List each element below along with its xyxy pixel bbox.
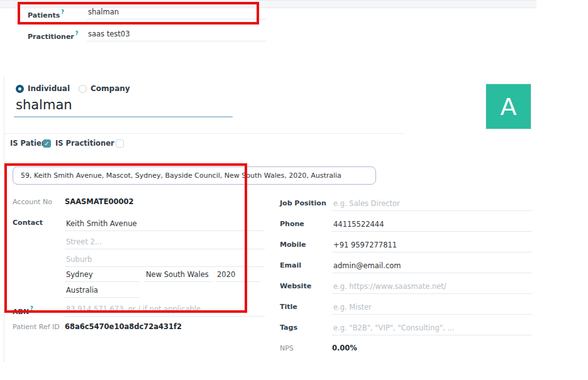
patients-field-label: Patients? <box>28 8 64 20</box>
mobile-label: Mobile <box>280 241 306 249</box>
company-type-radio-group: Individual Company <box>16 84 130 93</box>
form-sheet-border <box>4 77 4 362</box>
company-radio[interactable] <box>79 85 87 93</box>
contact-name-input[interactable] <box>14 96 233 117</box>
abn-input[interactable] <box>65 303 265 317</box>
phone-label: Phone <box>280 220 304 228</box>
avatar-letter: A <box>501 93 517 121</box>
individual-radio[interactable] <box>16 85 24 93</box>
is-practitioner-checkbox[interactable] <box>116 139 124 148</box>
street-input[interactable] <box>65 218 265 231</box>
account-no-value: SAASMATE00002 <box>65 197 134 206</box>
country-input[interactable] <box>65 285 140 298</box>
city-input[interactable] <box>65 269 140 282</box>
abn-label-text: ABN <box>13 308 29 316</box>
tags-label: Tags <box>280 323 297 332</box>
is-practitioner-label: IS Practitioner <box>55 139 114 148</box>
job-position-label: Job Position <box>280 199 326 207</box>
website-input[interactable] <box>332 281 532 294</box>
status-bar <box>0 0 536 8</box>
section-divider <box>4 133 404 134</box>
street2-input[interactable] <box>65 236 265 249</box>
title-label: Title <box>280 303 297 311</box>
patients-help-icon[interactable]: ? <box>61 9 64 15</box>
email-label: Email <box>280 261 301 269</box>
nps-value: 0.00% <box>332 344 357 352</box>
contact-form-screen: Patients? Practitioner? Individual Compa… <box>0 0 588 380</box>
abn-help-icon[interactable]: ? <box>30 306 33 312</box>
contact-label: Contact <box>13 219 43 227</box>
phone-input[interactable] <box>332 219 532 232</box>
practitioner-label-text: Practitioner <box>28 33 74 41</box>
abn-field-label: ABN? <box>13 305 33 317</box>
avatar[interactable]: A <box>485 84 531 129</box>
state-input[interactable] <box>145 269 212 282</box>
patient-ref-label: Patient Ref ID <box>13 323 60 331</box>
address-autocomplete-input[interactable] <box>13 166 376 185</box>
nps-label: NPS <box>280 344 294 352</box>
suburb-input[interactable] <box>65 254 265 267</box>
account-no-label: Account No <box>13 198 52 206</box>
practitioner-help-icon[interactable]: ? <box>75 31 79 36</box>
is-patient-checkbox[interactable] <box>43 139 51 148</box>
patients-input[interactable] <box>87 6 267 19</box>
practitioner-input[interactable] <box>87 28 267 41</box>
mobile-input[interactable] <box>332 239 532 252</box>
job-position-input[interactable] <box>332 198 532 211</box>
patient-ref-value: 68a6c5470e10a8dc72a431f2 <box>65 322 182 331</box>
website-label: Website <box>280 282 311 290</box>
email-input[interactable] <box>332 260 532 273</box>
practitioner-field-label: Practitioner? <box>28 30 78 41</box>
title-input[interactable] <box>332 301 532 315</box>
zip-input[interactable] <box>216 269 260 282</box>
tags-input[interactable] <box>332 322 532 335</box>
individual-radio-label[interactable]: Individual <box>28 84 70 93</box>
company-radio-label[interactable]: Company <box>91 84 130 93</box>
patients-label-text: Patients <box>28 11 60 19</box>
